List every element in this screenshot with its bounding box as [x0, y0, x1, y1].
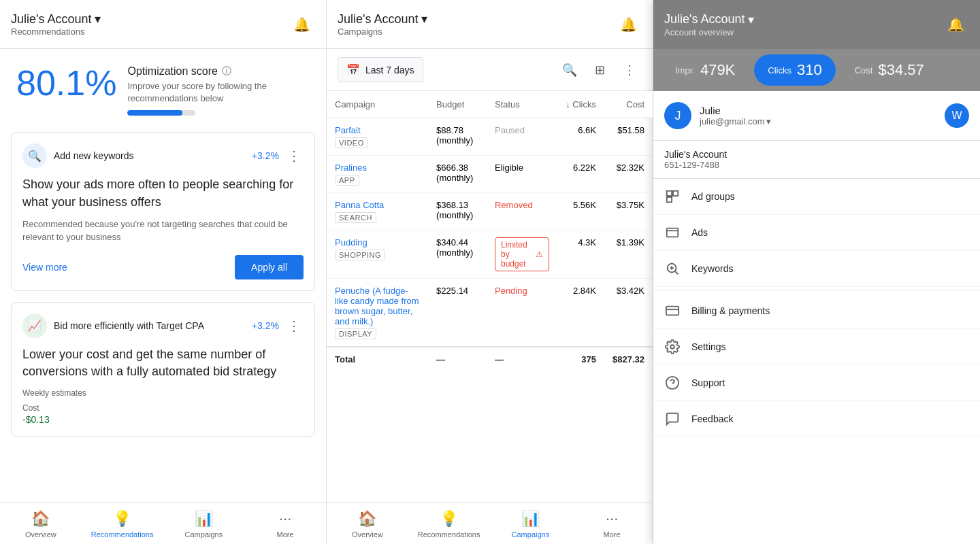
budget-cell-parfait: $88.78 (monthly) — [428, 118, 487, 156]
clicks-stat-pill[interactable]: Clicks 310 — [754, 54, 835, 86]
svg-rect-3 — [667, 228, 679, 237]
card2-body: Lower your cost and get the same number … — [22, 346, 304, 425]
panel2-nav-more[interactable]: ··· More — [571, 503, 653, 544]
campaign-name-penuche[interactable]: Penuche (A fudge-like candy made from br… — [335, 286, 420, 326]
status-cell-pralines: Eligible — [487, 156, 557, 193]
campaign-name-pannacotta[interactable]: Panna Cotta — [335, 200, 420, 210]
panel1-nav-campaigns-label: Campaigns — [185, 530, 223, 539]
campaign-name-pudding[interactable]: Pudding — [335, 237, 420, 248]
table-row: Pralines APP $666.38 (monthly) Eligible … — [327, 156, 653, 193]
card2-menu-icon[interactable]: ⋮ — [284, 315, 304, 337]
more-toolbar-icon[interactable]: ⋮ — [617, 58, 642, 82]
panel3-header: Julie's Account ▾ Account overview 🔔 — [653, 0, 980, 49]
panel1-nav-recommendations[interactable]: 💡 Recommendations — [82, 503, 163, 544]
campaign-type-penuche: DISPLAY — [335, 328, 376, 339]
panel1-dropdown-icon[interactable]: ▾ — [95, 12, 101, 27]
cost-stat-pill[interactable]: Cost $34.57 — [841, 54, 938, 86]
svg-line-6 — [675, 271, 678, 274]
impr-stat-pill[interactable]: Impr. 479K — [662, 54, 749, 86]
view-more-button[interactable]: View more — [22, 262, 67, 273]
menu-item-feedback[interactable]: Feedback — [653, 401, 980, 437]
support-icon — [664, 375, 681, 391]
panel1-account-sub: Recommendations — [11, 27, 288, 37]
svg-rect-2 — [667, 197, 672, 202]
cost-label: Cost — [855, 65, 873, 75]
panel1-bell-icon[interactable]: 🔔 — [288, 11, 315, 38]
email-dropdown-icon[interactable]: ▾ — [766, 116, 771, 126]
card2-cost-value: -$0.13 — [22, 414, 304, 425]
cost-cell-pralines: $2.32K — [604, 156, 653, 193]
card2-cost-label: Cost — [22, 403, 304, 413]
campaign-type-parfait: VIDEO — [335, 137, 368, 148]
menu-item-keywords-label: Keywords — [691, 263, 733, 274]
card1-menu-icon[interactable]: ⋮ — [284, 145, 304, 167]
campaigns-panel: Julie's Account ▾ Campaigns 🔔 📅 Last 7 d… — [327, 0, 653, 544]
panel3-dropdown-icon[interactable]: ▾ — [748, 12, 754, 27]
account-info-block: Julie's Account 651-129-7488 — [653, 141, 980, 179]
menu-item-settings-label: Settings — [691, 341, 726, 352]
panel2-account-title: Julie's Account ▾ Campaigns — [338, 12, 615, 37]
clicks-cell-penuche: 2.84K — [557, 279, 604, 347]
score-progress-bar — [127, 110, 195, 116]
menu-item-keywords[interactable]: Keywords — [653, 251, 980, 287]
panel1-nav-overview[interactable]: 🏠 Overview — [0, 503, 82, 544]
svg-rect-0 — [667, 191, 672, 196]
panel1-nav-more-icon: ··· — [279, 510, 291, 528]
search-toolbar-icon[interactable]: 🔍 — [557, 58, 582, 82]
menu-item-ads[interactable]: Ads — [653, 215, 980, 251]
score-info-icon[interactable]: ⓘ — [222, 65, 231, 78]
table-row: Penuche (A fudge-like candy made from br… — [327, 279, 653, 347]
menu-item-ad-groups[interactable]: Ad groups — [653, 179, 980, 215]
panel2-nav-overview[interactable]: 🏠 Overview — [327, 503, 408, 544]
card2-header-left: 📈 Bid more efficiently with Target CPA — [22, 313, 204, 338]
panel2-nav-campaigns[interactable]: 📊 Campaigns — [490, 503, 572, 544]
card2-title: Bid more efficiently with Target CPA — [54, 320, 204, 331]
total-clicks: 375 — [557, 347, 604, 371]
clicks-cell-pannacotta: 5.56K — [557, 193, 604, 231]
panel2-account-sub: Campaigns — [338, 27, 615, 37]
panel1-account-name[interactable]: Julie's Account ▾ — [11, 12, 288, 27]
panel2-bell-icon[interactable]: 🔔 — [615, 11, 642, 38]
account-menu-section: J Julie julie@gmail.com ▾ W Julie's Acco… — [653, 91, 980, 544]
score-title: Optimization score ⓘ — [127, 65, 310, 78]
account-info-name: Julie's Account — [664, 149, 969, 160]
clicks-cell-pudding: 4.3K — [557, 231, 604, 279]
col-budget: Budget — [428, 91, 487, 118]
status-cell-parfait: Paused — [487, 118, 557, 156]
warning-icon: ⚠ — [536, 250, 543, 259]
date-filter-button[interactable]: 📅 Last 7 days — [338, 57, 423, 82]
panel1-nav-more[interactable]: ··· More — [244, 503, 326, 544]
user-name: Julie — [700, 105, 945, 116]
panel2-account-name[interactable]: Julie's Account ▾ — [338, 12, 615, 27]
score-info: Optimization score ⓘ Improve your score … — [127, 65, 310, 116]
campaign-name-pralines[interactable]: Pralines — [335, 163, 420, 173]
apply-all-button[interactable]: Apply all — [235, 255, 304, 279]
card1-icon: 🔍 — [22, 143, 47, 168]
impr-value: 479K — [700, 61, 735, 79]
panel3-bell-icon[interactable]: 🔔 — [942, 11, 969, 38]
card2-header: 📈 Bid more efficiently with Target CPA +… — [22, 313, 304, 338]
campaign-cell-penuche: Penuche (A fudge-like candy made from br… — [327, 279, 428, 347]
columns-toolbar-icon[interactable]: ⊞ — [587, 58, 612, 82]
menu-item-settings[interactable]: Settings — [653, 329, 980, 365]
score-section: 80.1% Optimization score ⓘ Improve your … — [0, 49, 326, 126]
menu-item-support[interactable]: Support — [653, 365, 980, 401]
menu-item-ad-groups-label: Ad groups — [691, 191, 735, 202]
panel3-stats-bar: Impr. 479K Clicks 310 Cost $34.57 — [653, 49, 980, 91]
panel1-nav-campaigns[interactable]: 📊 Campaigns — [163, 503, 245, 544]
billing-icon — [664, 303, 681, 319]
campaign-name-parfait[interactable]: Parfait — [335, 125, 420, 135]
col-clicks[interactable]: ↓ Clicks — [557, 91, 604, 118]
status-cell-pudding: Limited by budget ⚠ — [487, 231, 557, 279]
budget-cell-pralines: $666.38 (monthly) — [428, 156, 487, 193]
card2-icon: 📈 — [22, 313, 47, 338]
card1-heading: Show your ads more often to people searc… — [22, 176, 304, 210]
svg-point-11 — [670, 345, 674, 349]
menu-item-billing[interactable]: Billing & payments — [653, 293, 980, 329]
panel2-dropdown-icon[interactable]: ▾ — [421, 12, 427, 27]
w-avatar[interactable]: W — [945, 103, 969, 128]
optimization-score-value: 80.1% — [16, 65, 116, 101]
panel2-nav-recommendations[interactable]: 💡 Recommendations — [408, 503, 490, 544]
panel3-account-name[interactable]: Julie's Account ▾ — [664, 12, 942, 27]
campaign-toolbar: 📅 Last 7 days 🔍 ⊞ ⋮ — [327, 49, 653, 91]
